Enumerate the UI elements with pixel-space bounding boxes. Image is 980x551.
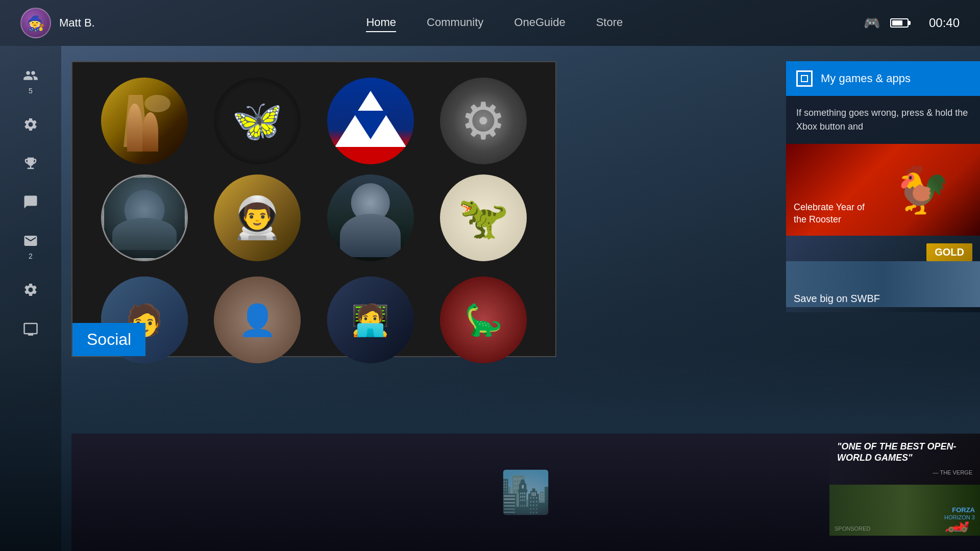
sponsored-label: SPONSORED: [835, 525, 870, 532]
game-circle-4[interactable]: [440, 78, 527, 164]
friends-count: 5: [29, 87, 33, 95]
game-circle-5[interactable]: [101, 174, 188, 261]
game-circle-10[interactable]: 👤: [214, 277, 301, 363]
gold-badge: GOLD: [926, 243, 972, 261]
time-display: 00:40: [919, 16, 960, 30]
game-circle-11[interactable]: 🧑‍💻: [327, 277, 414, 363]
social-label: Social: [72, 323, 145, 356]
circle-art-12: 🦕: [440, 277, 527, 363]
messages-count: 2: [29, 252, 33, 260]
circle-art-6: [214, 174, 301, 261]
bottom-row: WATCH DOGS 2 🧑‍💻 🏙️ Game hub Welcome to …: [71, 434, 980, 551]
sidebar-item-settings-gear[interactable]: [21, 115, 40, 134]
game-circle-12[interactable]: 🦕: [440, 277, 527, 363]
messages-icon: [21, 232, 40, 250]
forza-byline: — THE VERGE: [933, 469, 972, 475]
sidebar: 5 2: [0, 46, 61, 551]
settings-icon: [21, 281, 40, 299]
circle-art-8: [440, 174, 527, 261]
circle-art-3: [327, 78, 414, 164]
circle-art-10: 👤: [214, 277, 301, 363]
username: Matt B.: [59, 16, 95, 30]
nav-store[interactable]: Store: [596, 14, 623, 32]
game-circle-6[interactable]: [214, 174, 301, 261]
game-circle-7[interactable]: [327, 174, 414, 261]
gold-card[interactable]: GOLD Save big on SWBF: [786, 236, 980, 312]
forza-quote: "ONE OF THE BEST OPEN-WORLD GAMES": [837, 441, 972, 463]
display-icon: [21, 319, 40, 338]
my-games-label: My games & apps: [821, 72, 911, 85]
circle-art-7: [327, 174, 414, 261]
nav-items: Home Community OneGuide Store: [126, 14, 864, 32]
topbar: 🧙 Matt B. Home Community OneGuide Store …: [0, 0, 980, 46]
circle-art-4: [440, 78, 527, 164]
controller-icon: 🎮: [864, 15, 880, 31]
avatar[interactable]: 🧙: [20, 8, 51, 38]
sidebar-item-main-settings[interactable]: [21, 281, 40, 299]
social-panel: 🧑 👤 🧑‍💻 🦕 Social: [71, 61, 556, 357]
sidebar-item-friends[interactable]: 5: [21, 66, 40, 95]
gold-label: Save big on SWBF: [794, 293, 880, 305]
chat-icon: [21, 193, 40, 211]
sidebar-item-chat[interactable]: [21, 193, 40, 211]
watchdogs-scene: 🏙️: [153, 434, 291, 536]
sidebar-item-display[interactable]: [21, 319, 40, 338]
game-circle-1[interactable]: [101, 78, 188, 164]
trophy-icon: [21, 154, 40, 172]
game-circle-8[interactable]: [440, 174, 527, 261]
nav-home[interactable]: Home: [366, 14, 396, 32]
rooster-label: Celebrate Year of the Rooster: [794, 202, 873, 226]
my-games-button[interactable]: My games & apps: [786, 61, 980, 96]
right-info-text: If something goes wrong, press & hold th…: [786, 96, 980, 144]
circle-art-1: [101, 78, 188, 164]
sidebar-item-messages[interactable]: 2: [21, 232, 40, 260]
sidebar-item-trophy[interactable]: [21, 154, 40, 172]
nav-community[interactable]: Community: [427, 14, 483, 32]
game-circle-2[interactable]: [214, 78, 301, 164]
info-text: If something goes wrong, press & hold th…: [796, 108, 968, 132]
my-games-icon: [796, 70, 813, 87]
battery-indicator: [890, 18, 909, 28]
circle-art-5: [103, 176, 186, 260]
nav-oneguide[interactable]: OneGuide: [514, 14, 565, 32]
forza-ad[interactable]: 🏎️ "ONE OF THE BEST OPEN-WORLD GAMES" — …: [829, 434, 980, 536]
user-section[interactable]: 🧙 Matt B.: [20, 8, 95, 38]
rooster-emoji: 🐓: [864, 144, 980, 236]
circle-art-2: [214, 78, 301, 164]
rooster-card[interactable]: 🐓 Celebrate Year of the Rooster: [786, 144, 980, 236]
gear-icon: [21, 115, 40, 134]
main-content: 🧑 👤 🧑‍💻 🦕 Social: [61, 46, 980, 551]
forza-logo: FORZA HORIZON 3: [944, 506, 975, 520]
circle-art-11: 🧑‍💻: [327, 277, 414, 363]
game-circle-3[interactable]: [327, 78, 414, 164]
topbar-right: 🎮 00:40: [864, 15, 960, 31]
friends-icon: [21, 66, 40, 85]
circles-grid: 🧑 👤 🧑‍💻 🦕: [72, 62, 555, 356]
